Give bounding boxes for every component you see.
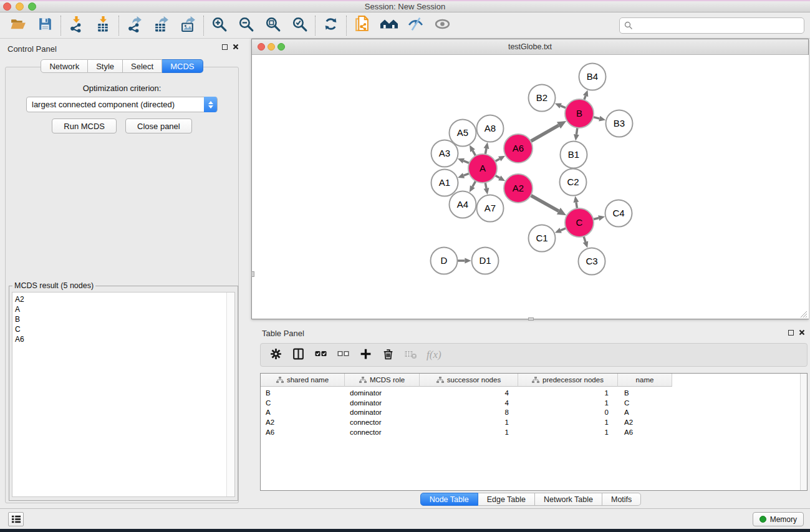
table-row[interactable]: A2connector11A2: [261, 417, 800, 427]
mcds-result-item[interactable]: C: [12, 324, 234, 334]
close-table-panel-icon[interactable]: [799, 329, 805, 336]
export-image-button[interactable]: [175, 14, 201, 37]
new-network-from-file-button[interactable]: [349, 14, 375, 37]
home-button[interactable]: [375, 14, 402, 37]
graph-node-C1[interactable]: C1: [529, 225, 556, 252]
cell-shared-name[interactable]: A: [261, 408, 345, 418]
graph-node-A[interactable]: A: [468, 154, 497, 183]
save-session-button[interactable]: [32, 14, 59, 37]
deselect-all-button[interactable]: [337, 349, 350, 360]
graph-node-A4[interactable]: A4: [450, 191, 476, 218]
cell-name[interactable]: B: [618, 388, 672, 398]
column-header-MCDS-role[interactable]: MCDS role: [345, 374, 420, 387]
criterion-dropdown[interactable]: largest connected component (directed): [26, 97, 218, 112]
window-resize-handle-left[interactable]: [251, 271, 254, 277]
graph-node-B4[interactable]: B4: [579, 64, 606, 90]
tab-select[interactable]: Select: [123, 59, 162, 73]
tab-node-table[interactable]: Node Table: [420, 493, 478, 506]
graph-node-A7[interactable]: A7: [477, 195, 504, 222]
mcds-result-item[interactable]: A2: [12, 294, 234, 304]
float-panel-icon[interactable]: [222, 44, 228, 50]
graph-node-A1[interactable]: A1: [432, 170, 458, 196]
graph-node-A8[interactable]: A8: [477, 115, 504, 142]
column-header-successor-nodes[interactable]: successor nodes: [420, 374, 518, 387]
graph-node-B[interactable]: B: [565, 99, 594, 128]
cell-MCDS-role[interactable]: connector: [345, 417, 420, 427]
cell-successor-nodes[interactable]: 1: [420, 417, 518, 427]
search-box[interactable]: [619, 17, 804, 34]
tab-network-table[interactable]: Network Table: [535, 493, 602, 506]
table-row[interactable]: Cdominator41C: [261, 398, 800, 408]
cell-name[interactable]: A6: [618, 427, 672, 437]
refresh-button[interactable]: [317, 14, 344, 37]
cell-successor-nodes[interactable]: 1: [420, 427, 518, 437]
task-history-button[interactable]: [8, 512, 24, 526]
graph-node-C3[interactable]: C3: [579, 248, 605, 275]
open-session-button[interactable]: [5, 14, 32, 37]
close-panel-icon[interactable]: [233, 44, 239, 50]
cell-MCDS-role[interactable]: dominator: [345, 398, 420, 408]
import-network-button[interactable]: [63, 14, 90, 37]
graph-node-C4[interactable]: C4: [605, 200, 632, 227]
zoom-selected-button[interactable]: [286, 14, 313, 37]
cell-predecessor-nodes[interactable]: 1: [518, 388, 618, 398]
cell-shared-name[interactable]: A2: [261, 417, 345, 427]
column-header-name[interactable]: name: [618, 374, 672, 387]
cell-MCDS-role[interactable]: dominator: [345, 388, 420, 398]
graph-node-A2[interactable]: A2: [504, 174, 533, 203]
search-input[interactable]: [633, 19, 804, 32]
cell-shared-name[interactable]: A6: [261, 427, 345, 437]
zoom-out-button[interactable]: [233, 14, 259, 37]
graph-node-B1[interactable]: B1: [561, 142, 587, 168]
tab-mcds[interactable]: MCDS: [162, 59, 203, 73]
cell-predecessor-nodes[interactable]: 1: [518, 427, 618, 437]
float-table-panel-icon[interactable]: [788, 330, 794, 336]
graph-node-A3[interactable]: A3: [432, 140, 458, 167]
mcds-result-item[interactable]: A6: [12, 334, 234, 344]
show-details-eye-button[interactable]: [429, 14, 456, 37]
table-row[interactable]: Adominator80A: [261, 408, 800, 418]
column-header-predecessor-nodes[interactable]: predecessor nodes: [518, 374, 618, 387]
cell-predecessor-nodes[interactable]: 1: [518, 398, 618, 408]
tab-network[interactable]: Network: [41, 59, 88, 73]
cell-name[interactable]: A: [618, 408, 672, 418]
cell-successor-nodes[interactable]: 4: [420, 398, 518, 408]
table-row[interactable]: A6connector11A6: [261, 427, 800, 437]
cell-MCDS-role[interactable]: dominator: [345, 408, 420, 418]
mcds-result-item[interactable]: B: [12, 314, 234, 324]
mcds-result-item[interactable]: A: [12, 304, 234, 314]
graph-node-A5[interactable]: A5: [450, 120, 476, 147]
cell-MCDS-role[interactable]: connector: [345, 427, 420, 437]
cell-predecessor-nodes[interactable]: 0: [518, 408, 618, 418]
cell-name[interactable]: C: [618, 398, 672, 408]
close-panel-button[interactable]: Close panel: [125, 118, 192, 133]
table-scrollbar[interactable]: [800, 374, 807, 490]
delete-row-button[interactable]: [382, 347, 395, 363]
cell-successor-nodes[interactable]: 8: [420, 408, 518, 418]
cell-name[interactable]: A2: [618, 417, 672, 427]
window-resize-handle-bottom[interactable]: [528, 317, 534, 321]
window-resize-grip[interactable]: [799, 310, 808, 318]
graph-node-C2[interactable]: C2: [560, 169, 587, 196]
result-scrollbar[interactable]: [226, 293, 234, 496]
column-visibility-button[interactable]: [292, 347, 305, 363]
add-row-button[interactable]: [359, 347, 372, 363]
run-mcds-button[interactable]: Run MCDS: [52, 118, 117, 133]
network-canvas[interactable]: B4B2BB3A5A8A6B1A3AC2A1A2A4A7C4CC1C3DD1: [253, 55, 809, 319]
graph-node-B3[interactable]: B3: [606, 110, 633, 137]
export-table-button[interactable]: [148, 14, 175, 37]
graph-node-D1[interactable]: D1: [472, 248, 499, 274]
tab-motifs[interactable]: Motifs: [602, 493, 641, 506]
cell-predecessor-nodes[interactable]: 1: [518, 417, 618, 427]
graph-node-D[interactable]: D: [431, 248, 458, 274]
cell-shared-name[interactable]: B: [261, 388, 345, 398]
cell-successor-nodes[interactable]: 4: [420, 388, 518, 398]
import-table-button[interactable]: [90, 14, 117, 37]
hide-details-eye-button[interactable]: [402, 14, 429, 37]
settings-gear-button[interactable]: [269, 347, 282, 363]
table-row[interactable]: Bdominator41B: [261, 388, 800, 398]
cell-shared-name[interactable]: C: [261, 398, 345, 408]
tab-style[interactable]: Style: [88, 59, 123, 73]
graph-node-B2[interactable]: B2: [529, 85, 556, 112]
memory-button[interactable]: Memory: [753, 512, 804, 526]
